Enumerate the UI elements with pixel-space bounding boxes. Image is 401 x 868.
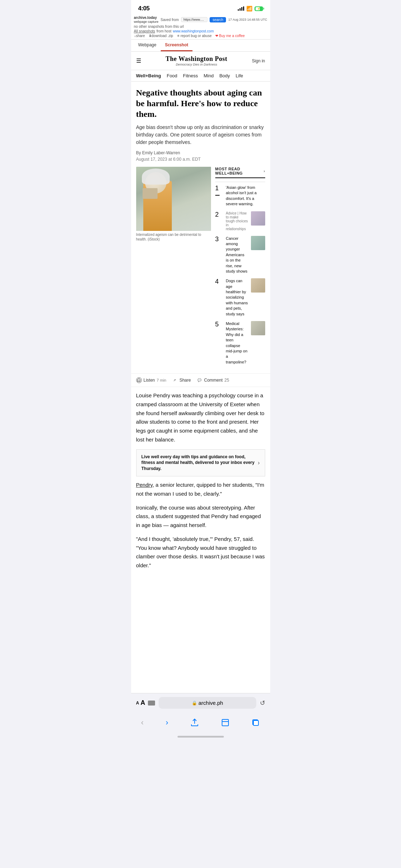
- most-read-chevron[interactable]: ›: [264, 169, 265, 173]
- article-body: Louise Pendry was teaching a psychology …: [131, 387, 270, 579]
- sidebar-article-2-tag: Advice | How to make tough choices in re…: [226, 211, 248, 231]
- url-bar[interactable]: 🔒 archive.ph: [159, 697, 256, 709]
- archive-logo: archive.today webpage capture: [134, 16, 159, 24]
- refresh-button[interactable]: ↺: [260, 699, 265, 707]
- nav-mind[interactable]: Mind: [204, 73, 214, 78]
- wapo-logo-container: The Washington Post Democracy Dies in Da…: [141, 55, 252, 66]
- tab-bar: Webpage Screenshot: [131, 40, 270, 52]
- all-snapshots-link[interactable]: All snapshots: [134, 29, 155, 33]
- article-para-3: Ironically, the course was about stereot…: [136, 503, 265, 530]
- sidebar-article-1-text: 'Asian glow' from alcohol isn't just a d…: [226, 185, 265, 207]
- article-actions: 🎧 Listen 7 min ↗ Share 💬 Comment 25: [131, 373, 270, 387]
- nav-body[interactable]: Body: [219, 73, 230, 78]
- listen-button[interactable]: 🎧 Listen 7 min: [136, 377, 166, 383]
- back-button[interactable]: ‹: [138, 717, 146, 729]
- bookmarks-button[interactable]: [218, 717, 232, 728]
- article-image-col: Internalized ageism can be detrimental t…: [136, 167, 211, 369]
- sidebar-article-5-text: Medical Mysteries: Why did a teen collap…: [226, 321, 248, 365]
- two-col-layout: Internalized ageism can be detrimental t…: [136, 167, 265, 369]
- sidebar-thumbnail-2: [251, 211, 265, 226]
- comment-icon: 💬: [196, 377, 202, 383]
- share-button[interactable]: ↗ Share: [172, 377, 191, 383]
- wapo-logo: The Washington Post: [166, 55, 227, 62]
- headphone-icon: 🎧: [136, 377, 142, 383]
- signin-button[interactable]: Sign in: [252, 58, 265, 63]
- from-host-label: from host: [156, 29, 171, 33]
- sidebar-article-5[interactable]: 5 Medical Mysteries: Why did a teen coll…: [215, 321, 265, 365]
- sidebar-col: MOST READ WELL+BEING › 1 'Asian glow' fr…: [215, 167, 265, 369]
- wapo-tagline: Democracy Dies in Darkness: [141, 63, 252, 66]
- status-bar: 4:05 📶 ⚡: [131, 0, 270, 14]
- newsletter-text: Live well every day with tips and guidan…: [142, 454, 255, 472]
- article-byline: By Emily Laber-Warren: [136, 150, 265, 155]
- signal-icon: [238, 6, 244, 11]
- browser-content: ☰ The Washington Post Democracy Dies in …: [131, 52, 270, 693]
- nav-food[interactable]: Food: [167, 73, 178, 78]
- pendry-link[interactable]: Pendry: [136, 482, 153, 488]
- reader-mode-button[interactable]: A A: [136, 699, 155, 707]
- forward-button[interactable]: ›: [163, 717, 171, 729]
- browser-bar: A A 🔒 archive.ph ↺: [131, 693, 270, 712]
- nav-life[interactable]: Life: [236, 73, 243, 78]
- article-image: [136, 167, 211, 231]
- wapo-nav: Well+Being Food Fitness Mind Body Life: [131, 70, 270, 82]
- home-indicator: [131, 733, 270, 745]
- no-snapshots-text: no other snapshots from this url: [134, 25, 184, 29]
- status-icons: 📶 ⚡: [238, 6, 263, 11]
- article-date: August 17, 2023 at 6:00 a.m. EDT: [136, 157, 265, 162]
- image-caption: Internalized ageism can be detrimental t…: [136, 232, 211, 242]
- newsletter-arrow[interactable]: ›: [258, 458, 259, 467]
- article-title: Negative thoughts about aging can be har…: [136, 87, 265, 119]
- nav-wellbeing[interactable]: Well+Being: [136, 73, 161, 78]
- comment-button[interactable]: 💬 Comment 25: [196, 377, 229, 383]
- archive-bar: archive.today webpage capture Saved from…: [131, 14, 270, 40]
- article-para-2: Pendry, a senior lecturer, quipped to he…: [136, 481, 265, 498]
- download-link[interactable]: ⬇download .zip: [149, 34, 173, 38]
- archive-saved-label: Saved from: [161, 18, 179, 22]
- article-subtitle: Age bias doesn't show up only as discrim…: [136, 124, 265, 146]
- url-text: archive.ph: [199, 700, 223, 706]
- wifi-icon: 📶: [246, 6, 252, 11]
- article-container: Negative thoughts about aging can be har…: [131, 82, 270, 369]
- wapo-header: ☰ The Washington Post Democracy Dies in …: [131, 52, 270, 70]
- report-link[interactable]: ✳ report bug or abuse: [177, 34, 212, 38]
- bottom-nav: ‹ ›: [131, 712, 270, 733]
- lock-icon: 🔒: [192, 701, 197, 706]
- share-icon: ↗: [172, 377, 178, 383]
- battery-icon: ⚡: [255, 6, 263, 11]
- tab-webpage[interactable]: Webpage: [134, 40, 161, 51]
- sidebar-article-2[interactable]: 2 Advice | How to make tough choices in …: [215, 211, 265, 232]
- svg-rect-0: [222, 719, 228, 726]
- sidebar-article-3-text: Cancer among younger Americans is on the…: [226, 236, 248, 274]
- menu-icon[interactable]: ☰: [136, 57, 141, 64]
- sidebar-thumbnail-3: [251, 236, 265, 250]
- archive-url[interactable]: https://www.washingtonpost.com/wellness/…: [181, 17, 208, 22]
- sidebar-article-3[interactable]: 3 Cancer among younger Americans is on t…: [215, 236, 265, 274]
- share-link[interactable]: ⬦share: [134, 34, 145, 38]
- sidebar-thumbnail-5: [251, 321, 265, 335]
- article-para-1: Louise Pendry was teaching a psychology …: [136, 391, 265, 444]
- newsletter-box[interactable]: Live well every day with tips and guidan…: [136, 449, 265, 476]
- most-read-header: MOST READ WELL+BEING ›: [215, 167, 265, 178]
- tabs-button[interactable]: [248, 717, 263, 728]
- search-button[interactable]: search: [210, 17, 226, 22]
- nav-fitness[interactable]: Fitness: [183, 73, 198, 78]
- status-time: 4:05: [138, 5, 150, 12]
- sidebar-article-4-text: Dogs can age healthier by socializing wi…: [226, 278, 248, 317]
- archive-date: 17 Aug 2023 14:48:55 UTC: [228, 18, 267, 21]
- sidebar-article-4[interactable]: 4 Dogs can age healthier by socializing …: [215, 278, 265, 317]
- home-bar: [178, 736, 224, 738]
- sidebar-article-1[interactable]: 1 'Asian glow' from alcohol isn't just a…: [215, 182, 265, 207]
- share-nav-button[interactable]: [187, 717, 202, 728]
- tab-screenshot[interactable]: Screenshot: [161, 40, 192, 51]
- format-icon: [148, 701, 155, 706]
- article-para-4: "And I thought, 'absolutely true,'" Pend…: [136, 535, 265, 570]
- sidebar-thumbnail-4: [251, 278, 265, 293]
- svg-rect-3: [253, 720, 258, 725]
- archive-host-link[interactable]: www.washingtonpost.com: [173, 29, 214, 33]
- coffee-link[interactable]: ❤ Buy me a coffee: [215, 34, 245, 38]
